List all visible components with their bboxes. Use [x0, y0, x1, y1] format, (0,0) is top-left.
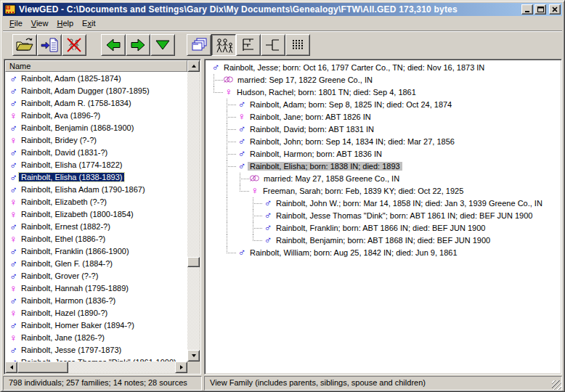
list-item[interactable]: ♀Rainbolt, Elizabeth (1800-1854) — [5, 208, 187, 220]
horizontal-scroll-thumb[interactable] — [17, 362, 68, 373]
list-item-label: Rainbolt, Elisha (1774-1822) — [19, 160, 124, 169]
tree-row[interactable]: ♂Rainbolt, Jesse; born: Oct 16, 1797 Car… — [206, 62, 561, 74]
descendant-view-button[interactable] — [236, 34, 261, 56]
list-item[interactable]: ♂Rainbolt, Elisha (1838-1893) — [5, 171, 187, 183]
scroll-right-button[interactable] — [175, 362, 187, 373]
list-view-button[interactable] — [285, 34, 310, 56]
minimize-button[interactable] — [521, 4, 533, 15]
tree-row[interactable]: ♂Rainbolt, William; born: Aug 25, 1842 I… — [206, 247, 561, 259]
resize-grip[interactable] — [552, 380, 561, 390]
app-icon[interactable] — [4, 4, 16, 15]
list-item[interactable]: ♀Rainbolt, Elizabeth (?-?) — [5, 195, 187, 208]
female-icon: ♀ — [8, 209, 19, 219]
tree-row-text: Rainbolt, Harmon; born: ABT 1836 IN — [248, 150, 384, 158]
list-item[interactable]: ♂Rainbolt, David (1831-?) — [5, 146, 187, 158]
name-list-header[interactable]: Name — [5, 60, 187, 72]
tree-row[interactable]: ♂Rainbolt, Jesse Thomas "Dink"; born: AB… — [206, 210, 561, 222]
list-item[interactable]: ♂Rainbolt, Adam Dugger (1807-1895) — [5, 84, 187, 97]
menu-file[interactable]: File — [5, 17, 27, 29]
arrow-left-icon — [105, 38, 121, 52]
tree-row[interactable]: married: May 27, 1858 Greene Co., IN — [206, 173, 561, 185]
list-item[interactable]: ♂Rainbolt, Elisha (1774-1822) — [5, 158, 187, 171]
menu-help[interactable]: Help — [52, 17, 78, 29]
list-item[interactable]: ♂Rainbolt, Benjamin (1868-1900) — [5, 121, 187, 134]
male-icon: ♂ — [8, 86, 19, 96]
scroll-down-button[interactable] — [187, 350, 200, 362]
family-icon — [215, 38, 234, 54]
pedigree-view-button[interactable] — [261, 34, 285, 56]
tree-row[interactable]: ♂Rainbolt, David; born: ABT 1831 IN — [206, 123, 561, 136]
tree-row[interactable]: ♀Rainbolt, Jane; born: ABT 1826 IN — [206, 111, 561, 123]
tree-row[interactable]: ♀Hudson, Rachel; born: 1801 TN; died: Se… — [206, 86, 561, 99]
vertical-scroll-track[interactable] — [187, 72, 200, 350]
male-icon: ♂ — [8, 184, 19, 195]
tree-connector — [214, 92, 223, 93]
scroll-left-button[interactable] — [5, 362, 17, 373]
import-gedcom-button[interactable] — [37, 34, 62, 56]
list-item[interactable]: ♀Rainbolt, Hazel (1890-?) — [5, 306, 187, 319]
pedigree-icon — [264, 37, 282, 53]
list-item[interactable]: ♂Rainbolt, Franklin (1866-1900) — [5, 245, 187, 257]
back-button[interactable] — [101, 34, 126, 56]
tree-row-text: Hudson, Rachel; born: 1801 TN; died: Sep… — [235, 88, 418, 97]
male-icon: ♂ — [8, 221, 19, 232]
triangle-up-icon — [192, 65, 196, 68]
menu-exit[interactable]: Exit — [78, 17, 99, 29]
tree-row[interactable]: ♂Rainbolt, Adam; born: Sep 8, 1825 IN; d… — [206, 99, 561, 111]
list-item[interactable]: ♂Rainbolt, Jesse Thomas "Dink" (1861-190… — [5, 356, 187, 362]
cascade-icon — [190, 37, 208, 53]
tree-row[interactable]: ♂Rainbolt, John W.; born: Mar 14, 1858 I… — [206, 197, 561, 210]
tree-row-text: Rainbolt, Jane; born: ABT 1826 IN — [248, 113, 373, 121]
list-item[interactable]: ♂Rainbolt, Ernest (1882-?) — [5, 220, 187, 232]
down-button[interactable] — [150, 34, 175, 56]
delete-person-icon — [65, 37, 83, 53]
status-view-mode-text: View Family (includes parents, siblings,… — [210, 378, 426, 387]
male-icon: ♂ — [8, 123, 19, 133]
list-item[interactable]: ♂Rainbolt, Grover (?-?) — [5, 269, 187, 282]
list-item[interactable]: ♂Rainbolt, Adam (1825-1874) — [5, 72, 187, 84]
tree-row[interactable]: ♀Freeman, Sarah; born: Feb, 1839 KY; die… — [206, 185, 561, 197]
horizontal-scroll-track[interactable] — [17, 362, 175, 373]
family-view-button[interactable] — [211, 34, 236, 56]
tree-row[interactable]: ♂Rainbolt, John; born: Sep 14, 1834 IN; … — [206, 136, 561, 148]
cascade-view-button[interactable] — [187, 34, 211, 56]
male-icon: ♂ — [262, 197, 274, 208]
list-item[interactable]: ♂Rainbolt, Homer Baker (1894-?) — [5, 319, 187, 331]
close-button[interactable] — [549, 4, 561, 15]
tree-row[interactable]: ♂Rainbolt, Benjamin; born: ABT 1868 IN; … — [206, 234, 561, 247]
tree-connector — [227, 253, 236, 253]
vertical-scroll-thumb[interactable] — [187, 257, 200, 267]
female-icon: ♀ — [8, 283, 19, 293]
list-item[interactable]: ♀Rainbolt, Hannah (1795-1889) — [5, 282, 187, 294]
scroll-up-button[interactable] — [187, 60, 200, 72]
list-item[interactable]: ♀Rainbolt, Bridey (?-?) — [5, 134, 187, 146]
list-item[interactable]: ♂Rainbolt, Adam R. (1758-1834) — [5, 97, 187, 109]
status-statistics: 798 individuals; 257 families; 14 notes;… — [3, 376, 202, 391]
list-item[interactable]: ♂Rainbolt, Harmon (1836-?) — [5, 294, 187, 306]
arrow-down-icon — [155, 38, 171, 52]
tree-row[interactable]: ♂Rainbolt, Franklin; born: ABT 1866 IN; … — [206, 222, 561, 234]
list-item[interactable]: ♂Rainbolt, Jesse (1797-1873) — [5, 343, 187, 356]
tree-connector — [227, 185, 227, 197]
tree-row[interactable]: ♂Rainbolt, Elisha; born: 1838 IN; died: … — [206, 160, 561, 173]
delete-individual-button[interactable] — [62, 34, 86, 56]
male-icon: ♂ — [236, 160, 248, 171]
list-item[interactable]: ♀Rainbolt, Jane (1826-?) — [5, 331, 187, 343]
tree-row-text: Rainbolt, John W.; born: Mar 14, 1858 IN… — [274, 199, 545, 208]
list-item[interactable]: ♀Rainbolt, Ava (1896-?) — [5, 109, 187, 121]
tree-row[interactable]: ♂Rainbolt, Harmon; born: ABT 1836 IN — [206, 148, 561, 160]
female-icon: ♀ — [8, 197, 19, 207]
open-file-button[interactable] — [12, 34, 37, 56]
list-item[interactable]: ♂Rainbolt, Elisha Adam (1790-1867) — [5, 183, 187, 195]
list-item-label: Rainbolt, Glen F. (1884-?) — [19, 259, 115, 268]
tree-row[interactable]: married: Sep 17, 1822 Greene Co., IN — [206, 74, 561, 86]
forward-button[interactable] — [126, 34, 150, 56]
menu-view[interactable]: View — [27, 17, 53, 29]
maximize-button[interactable] — [534, 4, 546, 15]
grid-icon — [289, 37, 306, 53]
list-item[interactable]: ♂Rainbolt, Glen F. (1884-?) — [5, 257, 187, 269]
maximize-icon — [537, 7, 544, 12]
list-item[interactable]: ♀Rainbolt, Ethel (1886-?) — [5, 232, 187, 245]
tree-row-text: Rainbolt, Elisha; born: 1838 IN; died: 1… — [248, 162, 402, 171]
scrollbar-corner — [187, 362, 200, 373]
